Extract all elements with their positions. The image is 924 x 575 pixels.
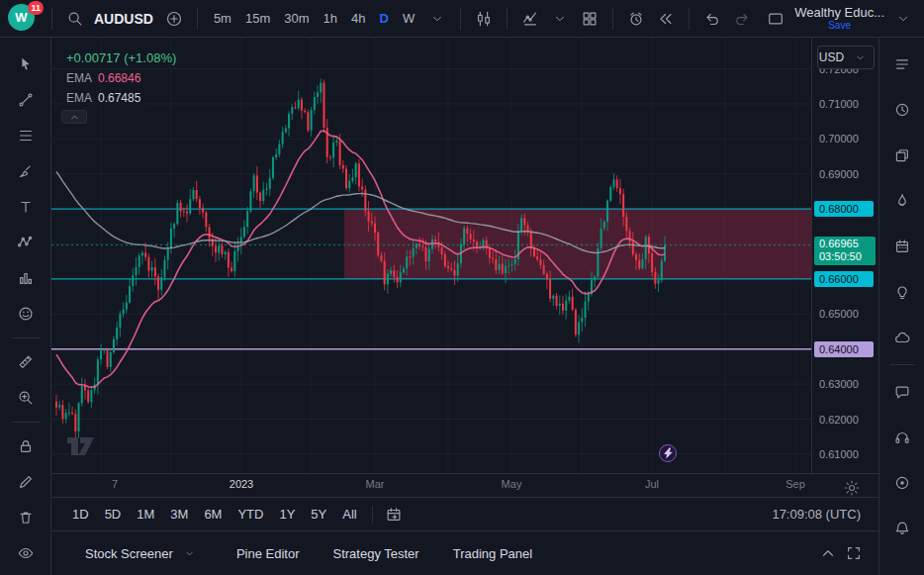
- ema-value: 0.67485: [98, 91, 140, 105]
- tab-label: Trading Panel: [453, 546, 532, 561]
- bar-replay-icon[interactable]: [653, 6, 679, 32]
- toolbar-separator: [12, 422, 40, 423]
- range-ytd[interactable]: YTD: [231, 504, 270, 525]
- save-button[interactable]: Save: [828, 19, 851, 32]
- cursor-tool[interactable]: [8, 47, 44, 82]
- search-icon[interactable]: [62, 6, 88, 32]
- compare-add-icon[interactable]: [161, 6, 187, 32]
- chat-panel-button[interactable]: [884, 315, 920, 360]
- create-alert-icon[interactable]: [623, 6, 649, 32]
- emoji-tool[interactable]: [8, 296, 44, 332]
- news-panel-button[interactable]: [884, 133, 920, 178]
- timeframe-1h[interactable]: 1h: [318, 8, 343, 29]
- measure-tool[interactable]: [8, 344, 44, 380]
- price-label-0.71000: 0.71000: [812, 96, 878, 112]
- layout-menu-icon[interactable]: [890, 6, 916, 32]
- tab-label: Stock Screener: [85, 546, 173, 561]
- messages-panel-button[interactable]: [884, 369, 920, 415]
- price-label-0.63000: 0.63000: [812, 376, 878, 392]
- divider: [612, 8, 613, 30]
- timeframe-W[interactable]: W: [397, 8, 420, 29]
- tab-pine-editor[interactable]: Pine Editor: [236, 546, 300, 561]
- ema-legend-1[interactable]: EMA0.66846: [61, 70, 145, 86]
- range-6m[interactable]: 6M: [197, 504, 229, 525]
- clock-utc[interactable]: 17:09:08 (UTC): [772, 507, 861, 522]
- timeframe-30m[interactable]: 30m: [278, 8, 315, 29]
- range-1m[interactable]: 1M: [130, 504, 161, 525]
- tradingview-watermark: [67, 433, 101, 458]
- legend-collapse-button[interactable]: [61, 110, 87, 124]
- time-label-May: May: [502, 478, 522, 490]
- notifications-panel-button[interactable]: [884, 506, 920, 551]
- bar-close-countdown: 03:50:50: [819, 250, 876, 263]
- account-logo[interactable]: W 11: [8, 4, 38, 34]
- price-change-text: +0.00717 (+1.08%): [66, 50, 176, 65]
- range-1d[interactable]: 1D: [65, 504, 96, 525]
- ideas-panel-button[interactable]: [884, 269, 920, 315]
- pattern-tool[interactable]: [8, 225, 44, 260]
- chart-column: +0.00717 (+1.08%) EMA0.66846 EMA0.67485: [51, 38, 878, 575]
- price-label-0.65000: 0.65000: [812, 306, 878, 322]
- panel-expand-icon[interactable]: [815, 540, 841, 566]
- support-panel-button[interactable]: [884, 415, 920, 460]
- time-label-Sep: Sep: [785, 478, 805, 490]
- alerts-panel-button[interactable]: [884, 87, 920, 133]
- redo-icon[interactable]: [729, 6, 755, 32]
- timeframe-4h[interactable]: 4h: [345, 8, 371, 29]
- time-label-2023: 2023: [230, 478, 253, 490]
- hotlists-panel-button[interactable]: [884, 178, 920, 224]
- layout-title[interactable]: Wealthy Educ...: [794, 6, 884, 19]
- calendar-panel-button[interactable]: [884, 224, 920, 269]
- time-axis[interactable]: 72023MarMayJulSep: [51, 473, 878, 497]
- timeframe-5m[interactable]: 5m: [208, 8, 237, 29]
- timeframe-menu-icon[interactable]: [424, 6, 450, 32]
- fib-tool[interactable]: [8, 118, 44, 153]
- multichart-layout-icon[interactable]: [577, 6, 602, 32]
- symbol-name[interactable]: AUDUSD: [90, 11, 157, 27]
- pencil-tool[interactable]: [8, 464, 44, 500]
- save-layout-icon[interactable]: [763, 6, 788, 32]
- range-toolbar: 1D5D1M3M6MYTD1Y5YAll 17:09:08 (UTC): [51, 497, 878, 530]
- drawing-toolbar: [0, 38, 51, 575]
- timeframe-15m[interactable]: 15m: [239, 8, 276, 29]
- idea-flash-marker[interactable]: [659, 444, 677, 462]
- chart-plot[interactable]: +0.00717 (+1.08%) EMA0.66846 EMA0.67485: [51, 38, 811, 473]
- watchlist-panel-button[interactable]: [884, 42, 920, 87]
- chevron-up-icon: [61, 104, 87, 130]
- timeframe-D[interactable]: D: [373, 8, 394, 29]
- zoom-tool[interactable]: [8, 380, 44, 416]
- tab-trading-panel[interactable]: Trading Panel: [453, 546, 532, 561]
- price-axis[interactable]: 0.720000.710000.700000.690000.680000.660…: [811, 38, 878, 473]
- tab-label: Strategy Tester: [332, 546, 418, 561]
- brush-tool[interactable]: [8, 153, 44, 189]
- range-1y[interactable]: 1Y: [272, 504, 302, 525]
- layout-name-block[interactable]: Wealthy Educ... Save: [794, 6, 884, 32]
- chart-settings-icon[interactable]: [839, 475, 865, 501]
- range-5d[interactable]: 5D: [98, 504, 129, 525]
- symbol-search[interactable]: AUDUSD: [62, 6, 157, 32]
- tab-label: Pine Editor: [236, 546, 300, 561]
- trendline-tool[interactable]: [8, 82, 44, 118]
- indicator-templates-icon[interactable]: [547, 6, 573, 32]
- lock-tool[interactable]: [8, 429, 44, 464]
- forecast-tool[interactable]: [8, 260, 44, 296]
- range-5y[interactable]: 5Y: [304, 504, 333, 525]
- range-all[interactable]: All: [335, 504, 363, 525]
- trash-tool[interactable]: [8, 500, 44, 535]
- streams-panel-button[interactable]: [884, 460, 920, 506]
- tab-stock-screener[interactable]: Stock Screener: [85, 540, 203, 566]
- panel-maximize-icon[interactable]: [841, 540, 867, 566]
- currency-dropdown[interactable]: USD: [817, 46, 875, 69]
- undo-icon[interactable]: [699, 6, 725, 32]
- eye-tool[interactable]: [8, 535, 44, 571]
- indicators-icon[interactable]: [517, 6, 543, 32]
- range-3m[interactable]: 3M: [163, 504, 195, 525]
- goto-date-icon[interactable]: [381, 502, 407, 527]
- chart-style-icon[interactable]: [471, 6, 497, 32]
- time-label-Jul: Jul: [645, 478, 659, 490]
- price-change-row: +0.00717 (+1.08%): [61, 49, 181, 66]
- text-tool[interactable]: [8, 189, 44, 225]
- tab-strategy-tester[interactable]: Strategy Tester: [332, 546, 418, 561]
- divider: [507, 8, 508, 30]
- right-sidebar: [878, 38, 924, 575]
